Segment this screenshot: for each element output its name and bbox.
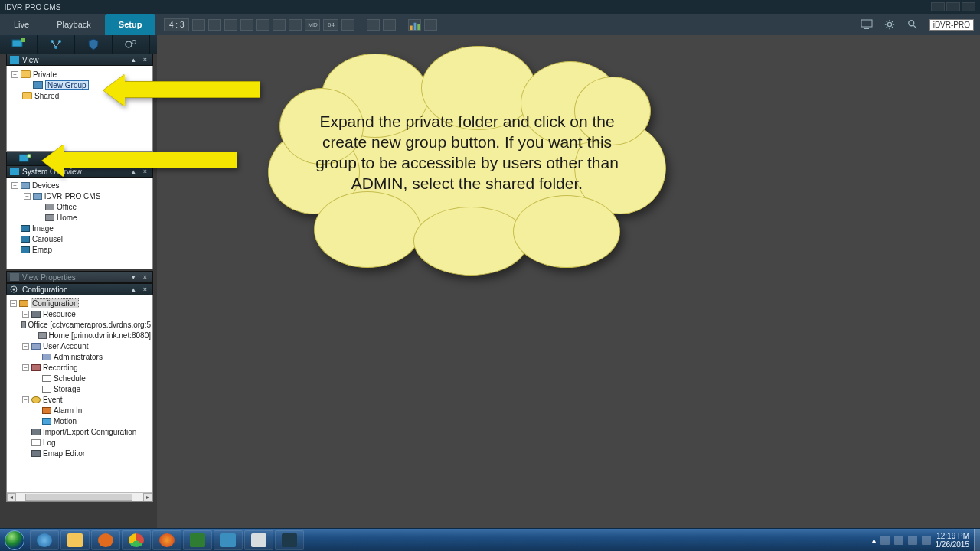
scroll-thumb[interactable] [25,494,132,501]
layout-5x5-button[interactable] [289,19,302,31]
taskbar-app2[interactable] [244,530,273,550]
configuration-header[interactable]: Configuration ▴ × [6,283,153,295]
tray-clock[interactable]: 12:19 PM 1/26/2015 [936,532,970,549]
misc-button[interactable] [424,19,437,31]
monitor-icon[interactable] [861,19,873,30]
cfg-storage[interactable]: Storage [8,383,151,394]
taskbar-explorer[interactable] [60,530,90,550]
collapse-icon[interactable]: ▴ [129,285,138,293]
expand-icon[interactable]: ▾ [129,273,138,281]
taskbar-excel[interactable] [183,530,212,550]
log-icon [31,439,41,446]
emap-icon [21,246,30,253]
annotation-callout: Expand the private folder and click on t… [268,54,666,268]
taskbar-idvr[interactable] [275,530,304,550]
collapse-toggle[interactable]: − [24,193,31,200]
create-group-button[interactable] [7,152,43,165]
taskbar-media[interactable] [91,530,120,550]
tray-flag-icon[interactable] [880,536,890,545]
chart-button[interactable] [408,19,421,31]
taskbar-ie[interactable] [30,530,59,550]
monitor-plus-icon [11,38,25,51]
cfg-emap-editor[interactable]: Emap Editor [8,448,151,458]
taskbar-chrome[interactable] [122,530,151,550]
exit-fullscreen-button[interactable] [383,19,396,31]
collapse-toggle[interactable]: − [22,396,29,403]
toolbar-btn-1[interactable] [0,35,38,54]
tree-home[interactable]: Home [8,212,151,223]
cfg-recording[interactable]: −Recording [8,362,151,373]
toolbar-btn-4[interactable] [113,35,150,54]
layout-64-button[interactable]: 64 [323,19,338,31]
app-title: iDVR-PRO CMS [5,3,60,11]
maximize-button[interactable] [946,2,960,11]
tray-expand-icon[interactable]: ▴ [872,536,876,544]
tree-image[interactable]: Image [8,223,151,233]
layout-1p5-button[interactable] [224,19,237,31]
close-icon[interactable]: × [141,285,149,293]
tab-setup[interactable]: Setup [105,14,156,35]
tab-live[interactable]: Live [0,14,43,35]
tree-idvr[interactable]: −iDVR-PRO CMS [8,191,151,201]
fullscreen-button[interactable] [367,19,380,31]
tree-devices[interactable]: −Devices [8,180,151,191]
show-desktop-button[interactable] [974,529,980,552]
cfg-office[interactable]: Office [cctvcamerapros.dvrdns.org:5 [8,319,151,330]
config-hscroll[interactable]: ◂ ▸ [7,492,152,501]
tree-office[interactable]: Office [8,201,151,212]
gear-icon[interactable] [884,19,896,30]
view-panel-header[interactable]: View ▴ × [6,54,153,66]
cfg-admins[interactable]: Administrators [8,351,151,362]
layout-md-button[interactable]: MD [305,19,320,31]
tray-power-icon[interactable] [908,536,917,545]
collapse-toggle[interactable]: − [11,182,18,189]
windows-orb-icon [5,530,24,550]
toolbar-btn-2[interactable] [38,35,75,54]
toolbar-btn-3[interactable] [75,35,113,54]
cfg-event[interactable]: −Event [8,394,151,405]
cfg-import-export[interactable]: Import/Export Configuration [8,426,151,437]
close-icon[interactable]: × [141,56,149,64]
taskbar-firefox[interactable] [152,530,181,550]
layout-3x3-button[interactable] [240,19,253,31]
collapse-icon[interactable]: ▴ [129,168,138,175]
taskbar-app1[interactable] [214,530,243,550]
collapse-toggle[interactable]: − [22,364,29,371]
close-icon[interactable]: × [141,168,149,175]
layout-1x1-button[interactable] [192,19,205,31]
cfg-root[interactable]: −Configuration [8,298,151,308]
cfg-motion[interactable]: Motion [8,416,151,426]
layout-4x4-button[interactable] [273,19,286,31]
close-button[interactable] [962,2,975,11]
start-button[interactable] [0,529,29,552]
tree-emap[interactable]: Emap [8,244,151,255]
collapse-toggle[interactable]: − [10,300,17,307]
tab-playback[interactable]: Playback [43,14,105,35]
collapse-toggle[interactable]: − [22,343,29,350]
layout-2x2-button[interactable] [208,19,221,31]
minimize-button[interactable] [931,2,945,11]
tray-volume-icon[interactable] [922,536,931,545]
close-icon[interactable]: × [141,273,149,281]
collapse-toggle[interactable]: − [11,71,18,78]
scroll-right-icon[interactable]: ▸ [143,493,152,502]
aspect-ratio-label[interactable]: 4 : 3 [164,18,189,31]
search-icon[interactable] [906,19,919,30]
tray-network-icon[interactable] [894,536,903,545]
view-properties-header[interactable]: View Properties ▾ × [6,271,153,283]
tree-private[interactable]: − Private [8,69,151,80]
cfg-schedule[interactable]: Schedule [8,373,151,383]
cfg-user-account[interactable]: −User Account [8,341,151,351]
cfg-resource[interactable]: −Resource [8,308,151,319]
cfg-log[interactable]: Log [8,437,151,448]
collapse-toggle[interactable]: − [22,311,29,318]
titlebar: iDVR-PRO CMS [0,0,980,14]
tree-carousel[interactable]: Carousel [8,233,151,244]
layout-1p7-button[interactable] [256,19,270,31]
cfg-home[interactable]: Home [primo.dvrlink.net:8080] [8,330,151,341]
collapse-icon[interactable]: ▴ [129,56,138,64]
cfg-alarm-in[interactable]: Alarm In [8,405,151,416]
new-group-edit[interactable]: New Group [45,80,89,90]
scroll-left-icon[interactable]: ◂ [7,493,16,502]
layout-dropdown[interactable] [341,19,354,31]
